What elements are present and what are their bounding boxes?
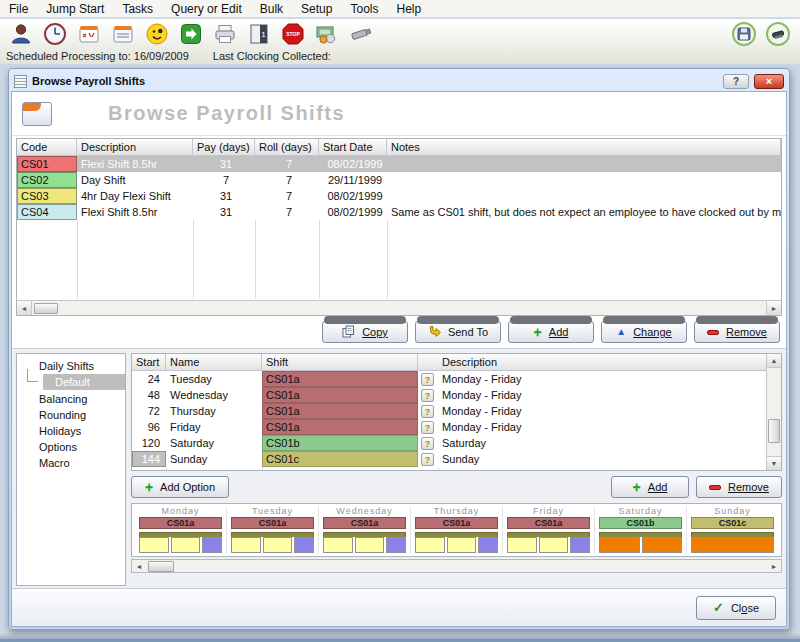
daily-row[interactable]: 72 Thursday CS01a ? Monday - Friday [132,403,781,419]
table-row[interactable]: CS01 Flexi Shift 8.5hr 31 7 08/02/1999 [17,156,781,172]
nav-macro[interactable]: Macro [17,455,125,471]
work-block [507,537,537,553]
menu-file[interactable]: File [0,1,37,17]
remove-daily-button[interactable]: − Remove [696,476,782,498]
menu-tasks[interactable]: Tasks [113,1,162,17]
scrollbar-track[interactable] [767,368,781,456]
menu-setup[interactable]: Setup [292,1,341,17]
day-name: Friday [166,419,262,435]
schedule-hscrollbar[interactable]: ◄ ► [131,559,782,573]
scroll-down-icon[interactable]: ▼ [767,456,781,470]
toolbar-band: 1 STOP Scheduled Processing to: 16/09/20… [0,19,800,64]
stop-icon[interactable]: STOP [280,21,306,47]
remove-button[interactable]: − Remove [694,321,780,343]
memory-stick-icon[interactable] [348,21,374,47]
menu-query-or-edit[interactable]: Query or Edit [162,1,251,17]
nav-default[interactable]: Default [43,374,125,390]
start-value-selected: 144 [132,451,166,467]
col-pay-days[interactable]: Pay (days) [193,139,255,155]
add-button[interactable]: + Add [508,321,594,343]
add-daily-button[interactable]: + Add [611,476,689,498]
scroll-up-icon[interactable]: ▲ [767,354,781,368]
app-bottom-edge [0,632,800,642]
shift-help-button[interactable]: ? [421,453,434,466]
clocking-terminal-icon[interactable]: 1 [246,21,272,47]
table-row[interactable]: CS02 Day Shift 7 7 29/11/1999 [17,172,781,188]
work-block [323,537,353,553]
daily-table-vscrollbar[interactable]: ▲ ▼ [766,354,781,470]
scroll-right-icon[interactable]: ► [767,563,781,570]
send-to-button[interactable]: Send To [415,321,501,343]
menu-jump-start[interactable]: Jump Start [37,1,113,17]
scroll-right-icon[interactable]: ► [766,301,781,315]
scroll-left-icon[interactable]: ◄ [132,563,146,570]
col-shift[interactable]: Shift [262,354,418,370]
menu-help[interactable]: Help [387,1,430,17]
go-icon[interactable] [178,21,204,47]
shift-help-button[interactable]: ? [421,389,434,402]
change-icon: ▲ [616,327,626,337]
disk-icon[interactable] [732,22,756,46]
shifts-table-hscrollbar[interactable]: ◄ ► [17,300,781,315]
menu-tools[interactable]: Tools [341,1,387,17]
nav-holidays[interactable]: Holidays [17,423,125,439]
col-description[interactable]: Description [77,139,193,155]
nav-balancing[interactable]: Balancing [17,391,125,407]
table-row[interactable]: CS04 Flexi Shift 8.5hr 31 7 08/02/1999 S… [17,204,781,220]
nav-rounding[interactable]: Rounding [17,407,125,423]
daily-row[interactable]: 96 Friday CS01a ? Monday - Friday [132,419,781,435]
add-icon: + [534,327,542,337]
daily-row[interactable]: 144 Sunday CS01c ? Sunday [132,451,781,467]
shift-help-button[interactable]: ? [421,373,434,386]
scrollbar-thumb[interactable] [34,303,58,314]
device-icon[interactable] [766,22,790,46]
shift-code: CS01b [262,435,418,451]
window-title: Browse Payroll Shifts [32,75,145,87]
printer-icon[interactable] [212,21,238,47]
close-button[interactable]: ✓ Close [696,596,776,620]
scrollbar-thumb[interactable] [148,561,174,572]
daily-row[interactable]: 48 Wednesday CS01a ? Monday - Friday [132,387,781,403]
copy-icon [342,325,355,340]
smiley-icon[interactable] [144,21,170,47]
close-window-button[interactable]: × [754,74,784,89]
day-shift-code: CS01a [507,517,590,529]
employee-icon[interactable] [8,21,34,47]
shift-help-button[interactable]: ? [421,421,434,434]
send-to-icon [428,325,441,340]
help-button[interactable]: ? [723,74,749,89]
work-block [447,537,477,553]
copy-button[interactable]: Copy [322,321,408,343]
nav-options[interactable]: Options [17,439,125,455]
money-icon[interactable] [314,21,340,47]
window-titlebar: Browse Payroll Shifts ? × [11,71,787,91]
col-notes[interactable]: Notes [387,139,781,155]
daily-row[interactable]: 120 Saturday CS01b ? Saturday [132,435,781,451]
day-column-sunday: Sunday CS01c [687,506,778,554]
col-daily-description[interactable]: Description [438,354,781,370]
daily-description: Monday - Friday [438,403,781,419]
calendar-icon[interactable] [76,21,102,47]
day-column-tuesday: Tuesday CS01a [227,506,319,554]
add-option-button[interactable]: + Add Option [131,476,229,498]
col-code[interactable]: Code [17,139,77,155]
col-start-date[interactable]: Start Date [319,139,387,155]
shift-help-button[interactable]: ? [421,405,434,418]
planner-icon[interactable] [110,21,136,47]
shift-description: Flexi Shift 8.5hr [77,204,193,220]
menu-bulk[interactable]: Bulk [251,1,292,17]
day-column-friday: Friday CS01a [503,506,595,554]
shift-help-button[interactable]: ? [421,437,434,450]
scrollbar-thumb[interactable] [768,419,780,443]
col-name[interactable]: Name [166,354,262,370]
col-roll-days[interactable]: Roll (days) [255,139,319,155]
shift-blocks [691,537,774,553]
table-row[interactable]: CS03 4hr Day Flexi Shift 31 7 08/02/1999 [17,188,781,204]
daily-row[interactable]: 24 Tuesday CS01a ? Monday - Friday [132,371,781,387]
change-button[interactable]: ▲ Change [601,321,687,343]
scroll-left-icon[interactable]: ◄ [17,301,32,315]
col-start[interactable]: Start [132,354,166,370]
clock-icon[interactable] [42,21,68,47]
day-column-monday: Monday CS01a [135,506,227,554]
start-value: 48 [132,387,166,403]
